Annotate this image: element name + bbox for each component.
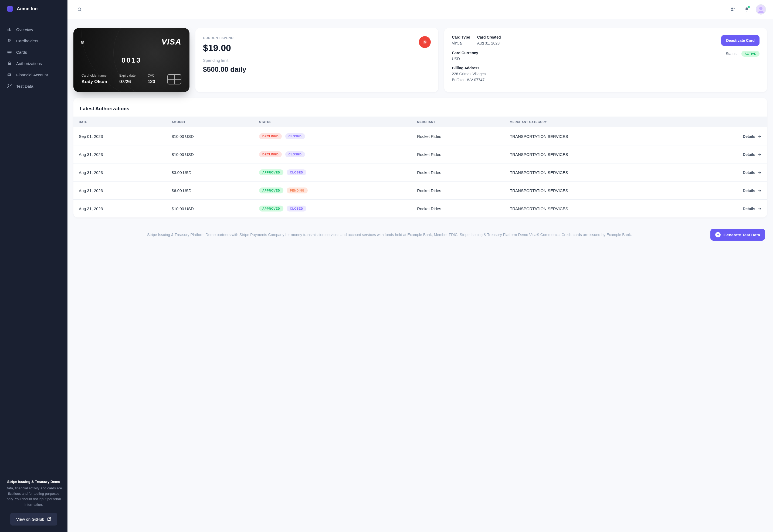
svg-point-4 bbox=[10, 40, 11, 41]
cell-category: TRANSPORTATION SERVICES bbox=[505, 127, 688, 145]
authorizations-title: Latest Authorizations bbox=[73, 104, 767, 117]
details-link[interactable]: Details bbox=[693, 152, 762, 157]
sidebar-item-financial-account[interactable]: Financial Account bbox=[0, 69, 67, 80]
svg-point-13 bbox=[734, 8, 735, 9]
card-icon bbox=[7, 50, 12, 54]
details-link[interactable]: Details bbox=[693, 207, 762, 211]
sidebar: Acme Inc Overview Cardholders Cards Auth… bbox=[0, 0, 67, 532]
external-link-icon bbox=[47, 517, 51, 521]
details-link[interactable]: Details bbox=[693, 170, 762, 175]
status-badge: DECLINED bbox=[259, 133, 282, 139]
sidebar-item-label: Cards bbox=[16, 50, 27, 54]
col-category: MERCHANT CATEGORY bbox=[505, 117, 688, 127]
sidebar-footer-body: Data, financial activity and cards are f… bbox=[5, 486, 63, 507]
sidebar-item-authorizations[interactable]: Authorizations bbox=[0, 58, 67, 69]
cell-amount: $10.00 USD bbox=[166, 127, 254, 145]
status-badge: DECLINED bbox=[259, 151, 282, 157]
chip-icon bbox=[167, 74, 181, 84]
details-link[interactable]: Details bbox=[693, 189, 762, 193]
view-on-github-button[interactable]: View on GitHub bbox=[10, 513, 57, 526]
card-created-value: Aug 31, 2023 bbox=[477, 41, 501, 45]
card-visual: ››› VISA 0013 Cardholder name Kody Olson… bbox=[73, 28, 189, 92]
svg-rect-0 bbox=[8, 29, 8, 31]
table-row: Aug 31, 2023$10.00 USDDECLINED CLOSEDRoc… bbox=[73, 145, 767, 163]
svg-text:$: $ bbox=[424, 40, 426, 44]
cell-date: Aug 31, 2023 bbox=[73, 145, 166, 163]
cell-category: TRANSPORTATION SERVICES bbox=[505, 163, 688, 182]
status-badge: ACTIVE bbox=[741, 51, 760, 57]
cell-merchant: Rocket Rides bbox=[412, 127, 505, 145]
authorizations-table: DATE AMOUNT STATUS MERCHANT MERCHANT CAT… bbox=[73, 117, 767, 217]
sidebar-item-cards[interactable]: Cards bbox=[0, 47, 67, 57]
brand[interactable]: Acme Inc bbox=[0, 0, 67, 18]
svg-rect-1 bbox=[9, 28, 10, 31]
table-row: Aug 31, 2023$10.00 USDAPPROVED CLOSEDRoc… bbox=[73, 200, 767, 218]
generate-test-data-button[interactable]: + Generate Test Data bbox=[710, 229, 765, 241]
arrow-right-icon bbox=[757, 170, 762, 175]
people-button[interactable] bbox=[728, 5, 737, 14]
cell-merchant: Rocket Rides bbox=[412, 200, 505, 218]
expiry-field: Expiry date 07/26 bbox=[119, 74, 135, 84]
sidebar-item-label: Test Data bbox=[16, 84, 33, 88]
authorizations-panel: Latest Authorizations DATE AMOUNT STATUS… bbox=[73, 98, 767, 217]
expiry-value: 07/26 bbox=[119, 79, 135, 84]
state-badge: CLOSED bbox=[285, 133, 305, 139]
cardholder-label: Cardholder name bbox=[81, 74, 107, 77]
sidebar-item-label: Authorizations bbox=[16, 61, 42, 66]
svg-point-3 bbox=[8, 39, 10, 41]
cell-amount: $10.00 USD bbox=[166, 145, 254, 163]
cell-category: TRANSPORTATION SERVICES bbox=[505, 182, 688, 200]
sidebar-footer-title: Stripe Issuing & Treasury Demo bbox=[5, 479, 63, 485]
sidebar-item-overview[interactable]: Overview bbox=[0, 24, 67, 35]
dollar-icon: $ bbox=[419, 36, 431, 48]
arrow-right-icon bbox=[757, 207, 762, 211]
sidebar-item-label: Cardholders bbox=[16, 39, 38, 43]
cvc-value: 123 bbox=[148, 79, 155, 84]
card-type-key: Card Type bbox=[452, 35, 470, 39]
status-badge: APPROVED bbox=[259, 206, 283, 212]
expiry-label: Expiry date bbox=[119, 74, 135, 77]
search-button[interactable] bbox=[75, 5, 84, 14]
deactivate-card-button[interactable]: Deactivate Card bbox=[721, 35, 760, 46]
generate-button-label: Generate Test Data bbox=[723, 233, 760, 237]
state-badge: CLOSED bbox=[287, 169, 306, 175]
footer-bar: Stripe Issuing & Treasury Platform Demo … bbox=[73, 223, 767, 242]
cell-amount: $6.00 USD bbox=[166, 182, 254, 200]
cell-date: Aug 31, 2023 bbox=[73, 200, 166, 218]
arrow-right-icon bbox=[757, 189, 762, 193]
spending-limit-label: Spending limit: bbox=[203, 58, 431, 63]
main: ››› VISA 0013 Cardholder name Kody Olson… bbox=[67, 0, 773, 532]
col-status: STATUS bbox=[254, 117, 412, 127]
cardholder-field: Cardholder name Kody Olson bbox=[81, 74, 107, 84]
details-link[interactable]: Details bbox=[693, 134, 762, 139]
status-badge: APPROVED bbox=[259, 169, 283, 175]
cardholder-value: Kody Olson bbox=[81, 79, 107, 84]
sidebar-item-label: Financial Account bbox=[16, 73, 48, 77]
card-currency-value: USD bbox=[452, 57, 478, 61]
notifications-button[interactable] bbox=[742, 5, 751, 14]
state-badge: PENDING bbox=[287, 187, 308, 193]
sidebar-item-test-data[interactable]: Test Data bbox=[0, 81, 67, 91]
card-created-key: Card Created bbox=[477, 35, 501, 39]
brand-name: Acme Inc bbox=[17, 6, 38, 12]
current-spend-panel: $ CURRENT SPEND $19.00 Spending limit: $… bbox=[195, 28, 438, 92]
status-key: Status: bbox=[726, 52, 738, 56]
svg-point-15 bbox=[759, 7, 762, 10]
state-badge: CLOSED bbox=[287, 206, 306, 212]
sidebar-footer: Stripe Issuing & Treasury Demo Data, fin… bbox=[0, 472, 67, 532]
cell-category: TRANSPORTATION SERVICES bbox=[505, 200, 688, 218]
lock-icon bbox=[7, 61, 12, 66]
wallet-icon bbox=[7, 72, 12, 77]
svg-point-10 bbox=[8, 84, 9, 86]
svg-point-11 bbox=[78, 8, 81, 11]
github-button-label: View on GitHub bbox=[16, 516, 44, 522]
col-amount: AMOUNT bbox=[166, 117, 254, 127]
notification-dot-icon bbox=[748, 6, 750, 8]
cell-amount: $10.00 USD bbox=[166, 200, 254, 218]
sidebar-item-cardholders[interactable]: Cardholders bbox=[0, 35, 67, 46]
user-avatar[interactable] bbox=[756, 5, 765, 14]
plus-circle-icon: + bbox=[715, 232, 721, 237]
state-badge: CLOSED bbox=[285, 151, 305, 157]
current-spend-label: CURRENT SPEND bbox=[203, 36, 431, 40]
sidebar-nav: Overview Cardholders Cards Authorization… bbox=[0, 18, 67, 97]
